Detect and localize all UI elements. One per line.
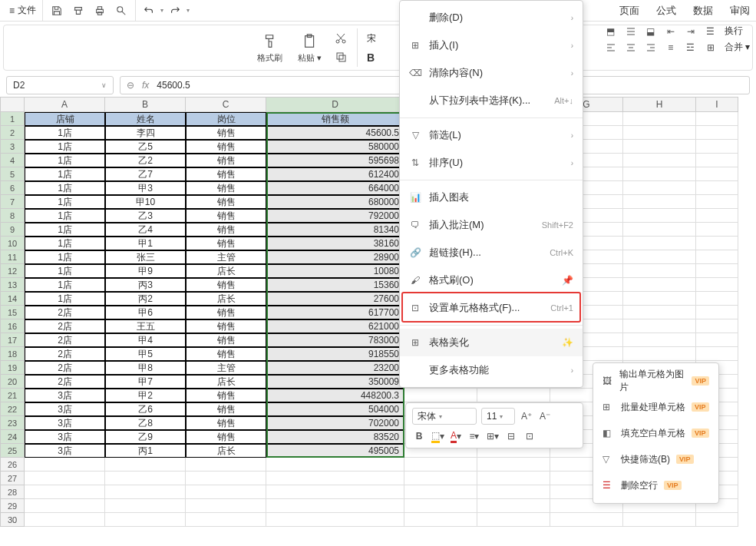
cell[interactable]: 918550: [266, 347, 404, 361]
cell[interactable]: [404, 472, 477, 485]
cell[interactable]: 甲3: [105, 181, 186, 195]
row-header[interactable]: 27: [0, 472, 25, 485]
cell[interactable]: 销售额: [266, 112, 404, 126]
cell[interactable]: 28900: [266, 250, 404, 264]
cell[interactable]: 1店: [25, 250, 105, 264]
tab-page[interactable]: 页面: [619, 4, 639, 18]
cell[interactable]: 销售: [186, 347, 266, 361]
cell[interactable]: [404, 389, 477, 402]
cell[interactable]: 销售: [186, 140, 266, 154]
cell[interactable]: [25, 499, 105, 513]
cell[interactable]: [696, 237, 738, 250]
cell[interactable]: [266, 485, 404, 499]
cell[interactable]: 617700: [266, 306, 404, 319]
cell[interactable]: 1店: [25, 209, 105, 223]
cell[interactable]: 甲10: [105, 195, 186, 209]
cell[interactable]: 1店: [25, 223, 105, 237]
cell[interactable]: [623, 278, 696, 292]
cell[interactable]: [696, 347, 738, 361]
cell[interactable]: [623, 319, 696, 333]
cell[interactable]: [696, 154, 738, 167]
cell[interactable]: [477, 458, 550, 472]
format-icon[interactable]: ⊡: [523, 429, 536, 443]
print-icon[interactable]: [94, 5, 106, 17]
row-header[interactable]: 22: [0, 402, 25, 416]
cell[interactable]: 甲6: [105, 306, 186, 319]
cell[interactable]: 504000: [266, 402, 404, 416]
row-header[interactable]: 4: [0, 154, 25, 167]
cell[interactable]: 姓名: [105, 112, 186, 126]
cell[interactable]: 王五: [105, 319, 186, 333]
merge-label[interactable]: 合并 ▾: [725, 41, 750, 54]
align-left-icon[interactable]: [605, 41, 617, 54]
align-top-icon[interactable]: ⬒: [605, 25, 617, 38]
cell[interactable]: 销售: [186, 195, 266, 209]
name-box[interactable]: D2 ∨: [6, 76, 114, 94]
cancel-icon[interactable]: ⊖: [127, 80, 134, 91]
paste-button[interactable]: 粘贴 ▾: [292, 29, 328, 67]
cell[interactable]: 销售: [186, 402, 266, 416]
cell[interactable]: 2店: [25, 306, 105, 319]
cell[interactable]: 销售: [186, 416, 266, 430]
cell[interactable]: [404, 513, 477, 527]
cell[interactable]: [25, 458, 105, 472]
cell[interactable]: 店长: [186, 292, 266, 306]
cell[interactable]: 2店: [25, 333, 105, 347]
cell[interactable]: [477, 472, 550, 485]
merge-icon[interactable]: ⊞: [705, 41, 717, 54]
cell[interactable]: 15360: [266, 278, 404, 292]
cell[interactable]: 10080: [266, 264, 404, 278]
save-icon[interactable]: [51, 5, 63, 17]
cell[interactable]: [623, 237, 696, 250]
row-header[interactable]: 15: [0, 306, 25, 319]
sub-batch[interactable]: ⊞批量处理单元格VIP: [593, 394, 718, 420]
cell[interactable]: [696, 319, 738, 333]
bold-button[interactable]: B: [367, 51, 376, 64]
row-header[interactable]: 23: [0, 416, 25, 430]
align-icon[interactable]: ≡▾: [467, 429, 481, 443]
cell[interactable]: [623, 292, 696, 306]
cell[interactable]: 2店: [25, 375, 105, 389]
row-header[interactable]: 28: [0, 485, 25, 499]
cell[interactable]: 乙3: [105, 209, 186, 223]
border-icon[interactable]: ⊞▾: [486, 429, 500, 443]
row-header[interactable]: 3: [0, 140, 25, 154]
cell[interactable]: [696, 264, 738, 278]
cell[interactable]: [696, 140, 738, 154]
mini-font-select[interactable]: 宋体▾: [412, 408, 477, 425]
file-menu[interactable]: ≡ 文件: [3, 0, 43, 21]
cell[interactable]: [186, 499, 266, 513]
cell[interactable]: [696, 167, 738, 181]
row-header[interactable]: 7: [0, 195, 25, 209]
cell[interactable]: 2店: [25, 347, 105, 361]
tab-formula[interactable]: 公式: [656, 4, 676, 18]
cell[interactable]: 销售: [186, 223, 266, 237]
cell[interactable]: 乙2: [105, 154, 186, 167]
cell[interactable]: 448200.3: [266, 389, 404, 402]
cell[interactable]: 45600.5: [266, 126, 404, 140]
col-header-I[interactable]: I: [696, 97, 738, 112]
ctx-hyperlink[interactable]: 🔗超链接(H)...Ctrl+K: [400, 239, 583, 266]
col-header-C[interactable]: C: [186, 97, 266, 112]
row-header[interactable]: 11: [0, 250, 25, 264]
wrap-text-icon[interactable]: ☰: [705, 25, 717, 38]
cell[interactable]: 张三: [105, 250, 186, 264]
cell[interactable]: 612400: [266, 167, 404, 181]
cell[interactable]: [25, 513, 105, 527]
cell[interactable]: [696, 126, 738, 140]
distribute-icon[interactable]: ☲: [685, 41, 697, 54]
row-header[interactable]: 17: [0, 333, 25, 347]
cell[interactable]: 销售: [186, 430, 266, 444]
fx-icon[interactable]: fx: [142, 80, 149, 91]
cell[interactable]: 丙3: [105, 278, 186, 292]
cell[interactable]: 27600: [266, 292, 404, 306]
indent-increase-icon[interactable]: ⇥: [685, 25, 697, 38]
font-color-icon[interactable]: A▾: [449, 429, 463, 443]
cell[interactable]: [105, 472, 186, 485]
ctx-insert[interactable]: ⊞插入(I)›: [400, 31, 583, 59]
col-header-B[interactable]: B: [105, 97, 186, 112]
format-painter-button[interactable]: 格式刷: [251, 29, 289, 67]
cell[interactable]: 580000: [266, 140, 404, 154]
cell[interactable]: 销售: [186, 209, 266, 223]
cell[interactable]: [623, 513, 696, 527]
